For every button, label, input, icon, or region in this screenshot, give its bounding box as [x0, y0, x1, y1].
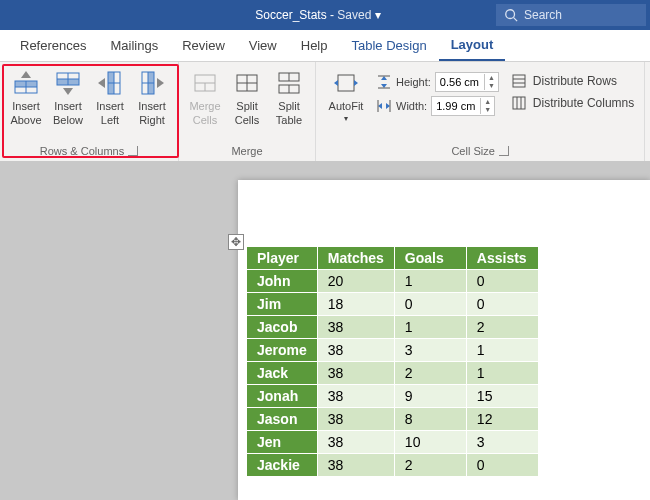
table-row[interactable]: Jonah38915 — [247, 385, 539, 408]
title-dropdown-icon[interactable]: ▾ — [375, 8, 381, 22]
merge-cells-button: Merge Cells — [185, 66, 225, 143]
l1: Split — [236, 100, 257, 112]
col-matches[interactable]: Matches — [317, 247, 394, 270]
cell-player[interactable]: Jerome — [247, 339, 318, 362]
col-assists[interactable]: Assists — [466, 247, 538, 270]
ribbon-tabs: References Mailings Review View Help Tab… — [0, 30, 650, 62]
insert-above-button[interactable]: Insert Above — [6, 66, 46, 143]
cell-value[interactable]: 2 — [466, 316, 538, 339]
tab-references[interactable]: References — [8, 30, 98, 61]
cell-value[interactable]: 10 — [394, 431, 466, 454]
cell-value[interactable]: 9 — [394, 385, 466, 408]
table-row[interactable]: Jack3821 — [247, 362, 539, 385]
table-move-handle-icon[interactable]: ✥ — [228, 234, 244, 250]
cell-value[interactable]: 1 — [394, 316, 466, 339]
table-header-row: Player Matches Goals Assists — [247, 247, 539, 270]
cell-value[interactable]: 3 — [466, 431, 538, 454]
cell-value[interactable]: 15 — [466, 385, 538, 408]
svg-rect-5 — [15, 81, 37, 87]
chevron-down-icon: ▾ — [344, 114, 348, 123]
width-label: Width: — [396, 100, 427, 112]
cell-value[interactable]: 1 — [466, 362, 538, 385]
cell-value[interactable]: 0 — [394, 293, 466, 316]
split-cells-button[interactable]: Split Cells — [227, 66, 267, 143]
cell-value[interactable]: 1 — [394, 270, 466, 293]
table-row[interactable]: Jackie3820 — [247, 454, 539, 477]
distribute-columns-label: Distribute Columns — [533, 96, 634, 110]
cell-player[interactable]: John — [247, 270, 318, 293]
cell-value[interactable]: 38 — [317, 408, 394, 431]
tab-table-design[interactable]: Table Design — [340, 30, 439, 61]
table-row[interactable]: Jim1800 — [247, 293, 539, 316]
l1: Merge — [189, 100, 220, 112]
tab-review[interactable]: Review — [170, 30, 237, 61]
rows-cols-dialog-launcher-icon[interactable] — [128, 146, 138, 156]
distribute-rows-button[interactable]: Distribute Rows — [507, 70, 638, 92]
insert-right-icon — [137, 68, 167, 98]
svg-line-1 — [514, 18, 518, 22]
title-bar: Soccer_Stats - Saved ▾ Search — [0, 0, 650, 30]
row-height-icon — [376, 74, 392, 90]
cell-value[interactable]: 12 — [466, 408, 538, 431]
cell-player[interactable]: Jacob — [247, 316, 318, 339]
cell-player[interactable]: Jackie — [247, 454, 318, 477]
l1: Insert — [138, 100, 166, 112]
table-row[interactable]: Jason38812 — [247, 408, 539, 431]
autofit-button[interactable]: AutoFit ▾ — [322, 66, 370, 125]
height-spinner[interactable]: ▲▼ — [435, 72, 499, 92]
tab-help[interactable]: Help — [289, 30, 340, 61]
stats-table[interactable]: Player Matches Goals Assists John2010Jim… — [246, 246, 539, 477]
l1: Split — [278, 100, 299, 112]
col-player[interactable]: Player — [247, 247, 318, 270]
cell-size-dialog-launcher-icon[interactable] — [499, 146, 509, 156]
table-row[interactable]: Jerome3831 — [247, 339, 539, 362]
height-label: Height: — [396, 76, 431, 88]
insert-left-button[interactable]: Insert Left — [90, 66, 130, 143]
insert-right-button[interactable]: Insert Right — [132, 66, 172, 143]
filename: Soccer_Stats — [255, 8, 326, 22]
spinner-arrows-icon[interactable]: ▲▼ — [480, 98, 494, 114]
table-row[interactable]: Jacob3812 — [247, 316, 539, 339]
cell-player[interactable]: Jason — [247, 408, 318, 431]
tab-layout[interactable]: Layout — [439, 30, 506, 61]
svg-rect-33 — [513, 75, 525, 87]
l1: AutoFit — [329, 100, 364, 112]
insert-below-button[interactable]: Insert Below — [48, 66, 88, 143]
cell-value[interactable]: 0 — [466, 270, 538, 293]
cell-value[interactable]: 3 — [394, 339, 466, 362]
cell-value[interactable]: 38 — [317, 431, 394, 454]
col-goals[interactable]: Goals — [394, 247, 466, 270]
cell-value[interactable]: 2 — [394, 362, 466, 385]
cell-player[interactable]: Jack — [247, 362, 318, 385]
table-row[interactable]: John2010 — [247, 270, 539, 293]
cell-player[interactable]: Jen — [247, 431, 318, 454]
search-box[interactable]: Search — [496, 4, 646, 26]
cell-value[interactable]: 38 — [317, 339, 394, 362]
cell-value[interactable]: 0 — [466, 293, 538, 316]
cell-value[interactable]: 2 — [394, 454, 466, 477]
cell-value[interactable]: 20 — [317, 270, 394, 293]
distribute-columns-button[interactable]: Distribute Columns — [507, 92, 638, 114]
cell-player[interactable]: Jim — [247, 293, 318, 316]
svg-rect-36 — [513, 97, 525, 109]
document-title: Soccer_Stats - Saved ▾ — [0, 8, 496, 22]
height-input[interactable] — [436, 76, 484, 88]
cell-value[interactable]: 8 — [394, 408, 466, 431]
cell-player[interactable]: Jonah — [247, 385, 318, 408]
spinner-arrows-icon[interactable]: ▲▼ — [484, 74, 498, 90]
width-spinner[interactable]: ▲▼ — [431, 96, 495, 116]
cell-value[interactable]: 18 — [317, 293, 394, 316]
split-table-button[interactable]: Split Table — [269, 66, 309, 143]
tab-mailings[interactable]: Mailings — [98, 30, 170, 61]
cell-value[interactable]: 38 — [317, 454, 394, 477]
cell-value[interactable]: 0 — [466, 454, 538, 477]
table-row[interactable]: Jen38103 — [247, 431, 539, 454]
cell-value[interactable]: 38 — [317, 385, 394, 408]
l2: Cells — [193, 114, 217, 126]
cell-value[interactable]: 38 — [317, 362, 394, 385]
cell-value[interactable]: 38 — [317, 316, 394, 339]
cell-value[interactable]: 1 — [466, 339, 538, 362]
width-input[interactable] — [432, 100, 480, 112]
tab-view[interactable]: View — [237, 30, 289, 61]
merge-cells-icon — [190, 68, 220, 98]
